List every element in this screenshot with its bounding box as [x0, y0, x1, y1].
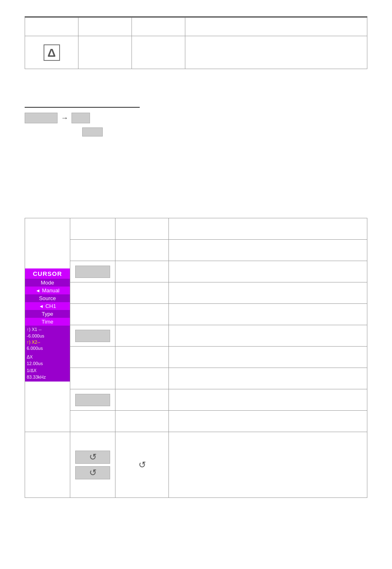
table-row — [25, 304, 367, 325]
col4-r8 — [169, 368, 367, 389]
col2-r6 — [70, 325, 115, 347]
table-row — [25, 389, 367, 411]
gray-box-offset — [82, 127, 103, 136]
col3-r7 — [115, 347, 169, 368]
bottom-section: CURSOR Mode ◄ Manual Source ◄ CH1 Type T… — [25, 218, 367, 498]
cursor-source-label: Source — [25, 294, 70, 302]
cell-r1c4 — [185, 18, 367, 36]
col3-r5 — [115, 304, 169, 325]
col4-r2 — [169, 240, 367, 261]
table-row — [25, 325, 367, 347]
cursor-x2-line1: ↑) X2-- — [27, 339, 68, 345]
undo-stack: ↺ ↺ — [74, 451, 112, 479]
table-row — [25, 347, 367, 368]
col3-r11: ↺ — [115, 432, 169, 498]
col4-r10 — [169, 411, 367, 432]
table-row: Δ — [25, 36, 367, 69]
table-row-tall: ↺ ↺ ↺ — [25, 432, 367, 498]
middle-divider — [25, 107, 140, 108]
left-arrow-icon: ◄ — [35, 288, 40, 294]
left-arrow2-icon: ◄ — [39, 303, 44, 309]
cursor-mode-label: Mode — [25, 279, 70, 287]
gray-cell-box-2 — [75, 330, 110, 342]
main-table: CURSOR Mode ◄ Manual Source ◄ CH1 Type T… — [25, 218, 367, 498]
undo-box-1[interactable]: ↺ — [75, 451, 110, 464]
col2-r1 — [70, 218, 115, 240]
top-table: Δ — [25, 17, 367, 69]
col3-r9 — [115, 389, 169, 411]
gray-box-left — [25, 113, 58, 123]
cursor-type-label: Type — [25, 310, 70, 318]
col4-r5 — [169, 304, 367, 325]
gray-box-right-small — [71, 113, 90, 123]
table-row: CURSOR Mode ◄ Manual Source ◄ CH1 Type T… — [25, 218, 367, 240]
table-row — [25, 368, 367, 389]
col3-r4 — [115, 282, 169, 304]
cell-r2c1: Δ — [25, 36, 78, 69]
undo-icon-center: ↺ — [138, 460, 146, 470]
cell-r1c1 — [25, 18, 78, 36]
gray-cell-box-3 — [75, 394, 110, 406]
col2-r8 — [70, 368, 115, 389]
col2-r11: ↺ ↺ — [70, 432, 115, 498]
col2-r3 — [70, 261, 115, 282]
col2-r7 — [70, 347, 115, 368]
col3-r8 — [115, 368, 169, 389]
delta-icon: Δ — [44, 44, 60, 61]
col2-r4 — [70, 282, 115, 304]
col4-r1 — [169, 218, 367, 240]
cursor-delta-data: ΔX 12.00us 1/ΔX 83.33kHz — [25, 353, 70, 382]
middle-section: → — [25, 107, 140, 136]
table-row — [25, 261, 367, 282]
arrow-row: → — [25, 113, 140, 123]
cell-r1c2 — [78, 18, 132, 36]
cell-r2c4 — [185, 36, 367, 69]
col4-r7 — [169, 347, 367, 368]
col3-r1 — [115, 218, 169, 240]
cursor-panel-cell: CURSOR Mode ◄ Manual Source ◄ CH1 Type T… — [25, 218, 70, 432]
cell-r1c3 — [132, 18, 185, 36]
col4-r4 — [169, 282, 367, 304]
table-row — [25, 282, 367, 304]
col4-r9 — [169, 389, 367, 411]
gray-cell-box-1 — [75, 266, 110, 278]
cursor-panel-bottom — [25, 432, 70, 498]
table-row — [25, 411, 367, 432]
cursor-title: CURSOR — [25, 268, 70, 279]
col3-r3 — [115, 261, 169, 282]
col4-r3 — [169, 261, 367, 282]
cursor-mode-value: ◄ Manual — [25, 287, 70, 294]
table-row — [25, 18, 367, 36]
cursor-source-value: ◄ CH1 — [25, 302, 70, 310]
col2-r10 — [70, 411, 115, 432]
undo-icon-1: ↺ — [89, 452, 97, 463]
cursor-x1-data: ↑) X1 -- -6.000us ↑) X2-- 6.000us — [25, 326, 70, 353]
cursor-panel: CURSOR Mode ◄ Manual Source ◄ CH1 Type T… — [25, 268, 70, 382]
cell-r2c3 — [132, 36, 185, 69]
col2-r9 — [70, 389, 115, 411]
col3-r2 — [115, 240, 169, 261]
top-section: Δ — [25, 16, 367, 69]
cursor-time-label: Time — [25, 318, 70, 326]
undo-box-2[interactable]: ↺ — [75, 466, 110, 479]
col3-r10 — [115, 411, 169, 432]
col3-r6 — [115, 325, 169, 347]
arrow-icon: → — [61, 114, 68, 123]
cell-r2c2 — [78, 36, 132, 69]
undo-icon-2: ↺ — [89, 467, 97, 478]
col4-r6 — [169, 325, 367, 347]
col2-r2 — [70, 240, 115, 261]
col4-r11 — [169, 432, 367, 498]
table-row — [25, 240, 367, 261]
col2-r5 — [70, 304, 115, 325]
